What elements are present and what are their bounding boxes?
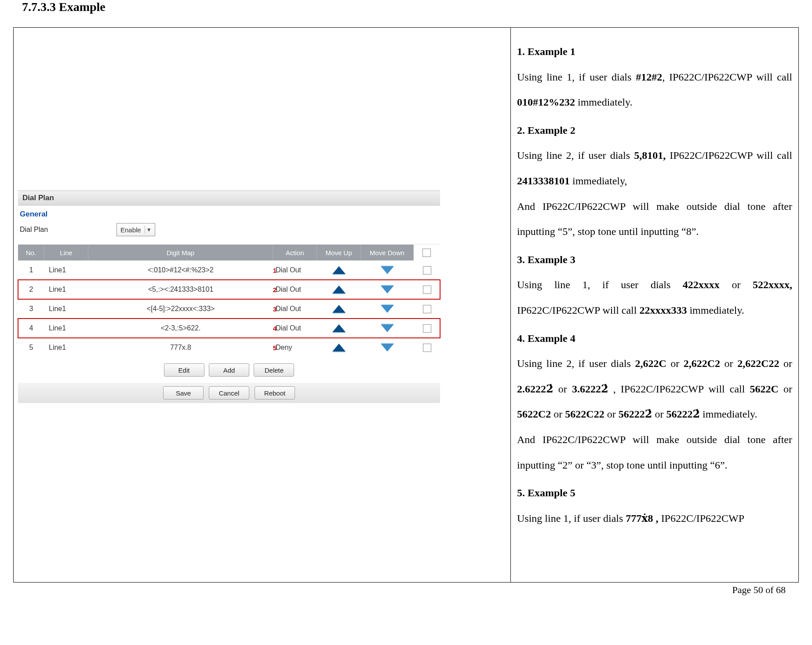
move-down-cell[interactable] — [361, 286, 414, 293]
cell-digit-map: <:010>#12<#:%23>21 — [88, 266, 273, 274]
example-2-text-2: And IP622C/IP622CWP will make outside di… — [517, 194, 792, 245]
t: , IP622C/IP622CWP will call — [608, 383, 750, 395]
move-up-cell[interactable] — [317, 324, 361, 332]
t: immediately, — [570, 175, 627, 187]
t-bold-dot: 562222̇ — [666, 402, 700, 427]
t: immediately. — [687, 304, 744, 316]
cell-line: Line1 — [44, 266, 88, 274]
row-checkbox[interactable] — [423, 266, 431, 275]
t-bold: 2,622C — [635, 358, 666, 369]
t: Using line 1, if user dials — [517, 279, 683, 290]
table-row[interactable]: 2Line1<5,:><:241333>81012Dial Out — [18, 280, 440, 299]
check-cell — [414, 305, 440, 313]
table-row[interactable]: 3Line1<[4-5]:>22xxxx<:333>3Dial Out — [18, 299, 440, 319]
arrow-down-icon — [381, 266, 394, 274]
col-move-down: Move Down — [361, 245, 414, 260]
t: or — [720, 279, 753, 290]
t: or — [779, 358, 792, 369]
table-row[interactable]: 4Line1<2-3,:5>622.4Dial Out — [18, 319, 440, 338]
t: or — [652, 408, 666, 420]
arrow-down-icon — [381, 324, 394, 332]
cancel-button[interactable]: Cancel — [209, 386, 249, 399]
row-checkbox[interactable] — [423, 286, 431, 294]
t: IP622C/IP622CWP — [659, 513, 744, 524]
panel-title: Dial Plan — [18, 191, 440, 205]
cell-action: Deny — [273, 344, 317, 352]
col-action: Action — [273, 245, 317, 260]
move-down-cell[interactable] — [361, 266, 414, 274]
row-checkbox[interactable] — [423, 324, 431, 333]
arrow-down-icon — [381, 344, 394, 352]
example-5-heading: 5. Example 5 — [517, 480, 792, 506]
example-4-heading: 4. Example 4 — [517, 326, 792, 352]
cell-no: 5 — [18, 344, 44, 352]
table-header: No. Line Digit Map Action Move Up Move D… — [18, 245, 440, 260]
left-cell: Dial Plan General Dial Plan Enable ▾ No.… — [14, 28, 511, 582]
reboot-button[interactable]: Reboot — [255, 386, 295, 399]
move-down-cell[interactable] — [361, 305, 414, 313]
save-button[interactable]: Save — [163, 386, 204, 399]
dial-plan-select-value: Enable — [120, 226, 141, 234]
cell-action: Dial Out — [273, 266, 317, 274]
cell-no: 4 — [18, 324, 44, 332]
row-checkbox[interactable] — [423, 344, 431, 352]
col-line: Line — [44, 245, 88, 260]
t-bold-dot: 777ẋ8 , — [626, 506, 658, 531]
t-bold: 5622C22 — [565, 408, 604, 420]
arrow-up-icon — [332, 305, 346, 313]
t-bold: 422xxxx — [683, 279, 720, 290]
button-row-2: Save Cancel Reboot — [18, 383, 440, 403]
table-row[interactable]: 1Line1<:010>#12<#:%23>21Dial Out — [18, 260, 440, 280]
move-up-cell[interactable] — [317, 305, 361, 313]
cell-action: Dial Out — [273, 324, 317, 332]
dial-plan-select[interactable]: Enable ▾ — [117, 223, 155, 236]
t-bold: #12#2 — [636, 71, 662, 83]
t: Using line 2, if user dials — [517, 358, 635, 369]
check-cell — [414, 324, 440, 333]
page: 7.7.3.3 Example Dial Plan General Dial P… — [0, 0, 812, 600]
col-no: No. — [18, 245, 44, 260]
cell-line: Line1 — [44, 324, 88, 332]
example-1-heading: 1. Example 1 — [517, 39, 792, 65]
move-down-cell[interactable] — [361, 344, 414, 352]
col-digit-map: Digit Map — [88, 245, 273, 260]
row-badge: 2 — [273, 286, 277, 293]
check-cell — [414, 266, 440, 275]
section-heading: 7.7.3.3 Example — [22, 0, 799, 14]
edit-button[interactable]: Edit — [164, 363, 204, 377]
arrow-down-icon — [381, 286, 394, 293]
delete-button[interactable]: Delete — [254, 363, 294, 377]
example-3-heading: 3. Example 3 — [517, 247, 792, 273]
t-bold: 5622C — [750, 383, 779, 395]
table-row[interactable]: 5Line1777x.85Deny — [18, 338, 440, 357]
add-button[interactable]: Add — [209, 363, 249, 377]
t: or — [666, 358, 684, 369]
t-bold: 2,622C2 — [684, 358, 720, 369]
content-table: Dial Plan General Dial Plan Enable ▾ No.… — [13, 27, 799, 583]
cell-digit-map: <[4-5]:>22xxxx<:333>3 — [88, 305, 273, 313]
cell-line: Line1 — [44, 305, 88, 313]
example-3-text: Using line 1, if user dials 422xxxx or 5… — [517, 272, 792, 323]
cell-line: Line1 — [44, 344, 88, 352]
row-badge: 5 — [273, 344, 277, 352]
t-bold: 2,622C22 — [737, 358, 779, 369]
move-down-cell[interactable] — [361, 324, 414, 332]
example-1-text: Using line 1, if user dials #12#2, IP622… — [517, 65, 792, 115]
t-bold: 5,8101, — [634, 150, 666, 161]
move-up-cell[interactable] — [317, 266, 361, 274]
move-up-cell[interactable] — [317, 344, 361, 352]
t-bold: 22xxxx333 — [639, 304, 687, 316]
header-checkbox[interactable] — [422, 249, 431, 257]
t: , IP622C/IP622CWP will call — [662, 71, 792, 83]
t-bold: 010#12%232 — [517, 96, 575, 108]
row-badge: 4 — [273, 325, 277, 332]
check-cell — [414, 286, 440, 294]
row-badge: 1 — [273, 267, 277, 274]
arrow-up-icon — [332, 266, 346, 274]
t: or — [551, 408, 565, 420]
section-general: General — [18, 205, 440, 221]
row-checkbox[interactable] — [423, 305, 431, 313]
t: Using line 1, if user dials — [517, 71, 636, 83]
check-cell — [414, 344, 440, 352]
move-up-cell[interactable] — [317, 286, 361, 293]
